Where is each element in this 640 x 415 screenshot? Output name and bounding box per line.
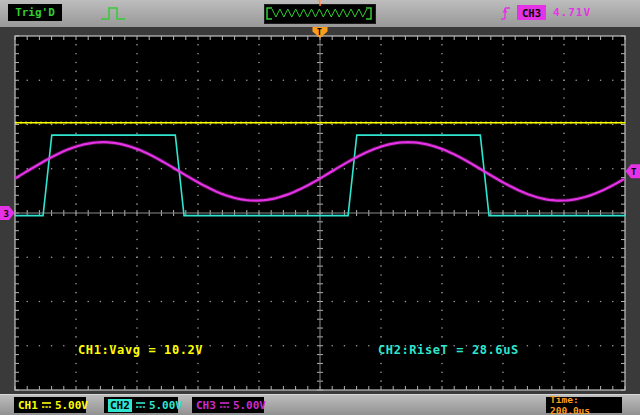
ch3-coupling-icon <box>219 400 230 410</box>
ch3-ground-marker-label: 3 <box>4 209 9 219</box>
channel2-label: CH2 <box>108 399 132 412</box>
trigger-position-mini-marker[interactable]: T <box>312 0 328 9</box>
ch1-coupling-icon <box>41 400 52 410</box>
trigger-position-marker-label: T <box>317 28 322 37</box>
oscilloscope-screen: Trig'D T CH3 4.71V 3 T T <box>0 0 640 415</box>
channel3-label: CH3 <box>196 399 216 412</box>
trigger-level-value: 4.71V <box>553 6 591 19</box>
edge-trigger-icon <box>500 5 512 22</box>
graticule: 3 T T <box>0 27 640 395</box>
trigger-status-badge: Trig'D <box>8 4 62 21</box>
channel1-scale: 5.00V <box>55 399 88 412</box>
trigger-level-marker-label: T <box>631 167 637 177</box>
trigger-source-badge[interactable]: CH3 <box>517 5 546 20</box>
measurement-ch2-riset: CH2:RiseT = 28.6uS <box>378 343 519 357</box>
channel3-status-box[interactable]: CH3 5.00V <box>192 397 264 413</box>
timebase-value: Time: 200.0us <box>550 394 618 415</box>
top-status-bar: Trig'D T CH3 4.71V <box>0 0 640 28</box>
channel2-scale: 5.00V <box>149 399 182 412</box>
channel1-status-box[interactable]: CH1 5.00V <box>14 397 86 413</box>
channel1-label: CH1 <box>18 399 38 412</box>
timebase-box[interactable]: Time: 200.0us <box>546 397 622 413</box>
pulse-icon <box>100 5 126 22</box>
preview-left-bracket <box>267 8 272 19</box>
preview-trace <box>272 9 367 17</box>
trigger-status-text: Trig'D <box>15 6 55 19</box>
ch2-coupling-icon <box>135 400 146 410</box>
channel2-status-box[interactable]: CH2 5.00V <box>104 397 178 413</box>
channel3-scale: 5.00V <box>233 399 266 412</box>
bottom-status-bar: CH1 5.00V CH2 5.00V CH3 5.00V Time: <box>0 394 640 415</box>
measurement-ch1-vavg: CH1:Vavg = 10.2V <box>78 343 203 357</box>
